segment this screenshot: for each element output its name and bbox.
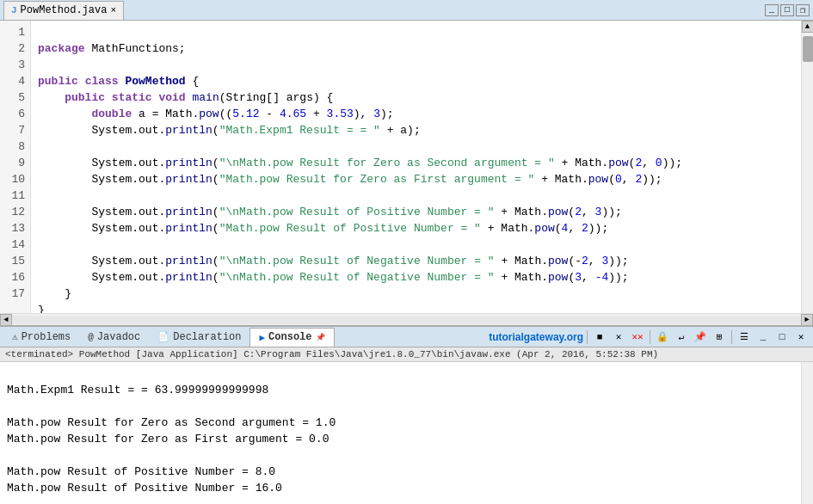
console-line-6: Math.pow Result of Positive Number = 8.0 — [7, 465, 275, 478]
console-toolbar: tutorialgateway.org ■ ✕ ✕✕ 🔒 ↵ 📌 ⊞ ☰ _ □… — [489, 329, 810, 346]
code-line-12: System.out.println("Math.pow Result of P… — [38, 222, 608, 235]
line-num-9: 9 — [3, 155, 25, 171]
tab-javadoc[interactable]: @ Javadoc — [79, 328, 149, 347]
tab-filename: PowMethod.java — [21, 4, 108, 16]
code-line-3: public class PowMethod { — [38, 75, 199, 88]
line-num-16: 16 — [3, 269, 25, 286]
console-icon: ▶ — [259, 332, 265, 343]
tab-close-icon[interactable]: × — [110, 5, 116, 15]
console-line-1: Math.Expm1 Result = = 63.99999999999998 — [7, 384, 268, 396]
tab-declaration-label: Declaration — [173, 331, 241, 343]
editor-vertical-scrollbar[interactable]: ▲ — [801, 21, 813, 313]
minimize-panel-button[interactable]: _ — [754, 329, 772, 346]
code-line-5: double a = Math.pow((5.12 - 4.65 + 3.53)… — [38, 108, 394, 120]
code-line-16: } — [38, 287, 71, 300]
scroll-up-arrow[interactable]: ▲ — [802, 21, 814, 33]
line-num-6: 6 — [3, 106, 25, 122]
scroll-thumb[interactable] — [803, 36, 813, 62]
tab-declaration[interactable]: 📄 Declaration — [149, 328, 249, 347]
tab-console-label: Console — [268, 331, 311, 343]
code-line-15: System.out.println("\nMath.pow Result of… — [38, 271, 629, 284]
line-num-3: 3 — [3, 57, 25, 73]
console-area: <terminated> PowMethod [Java Application… — [0, 347, 813, 504]
editor-area: 1 2 3 4 5 6 7 8 9 10 11 12 13 14 15 16 1… — [0, 21, 813, 313]
scroll-right-arrow[interactable]: ► — [801, 314, 813, 326]
line-num-13: 13 — [3, 220, 25, 237]
code-line-11: System.out.println("\nMath.pow Result of… — [38, 206, 622, 218]
line-num-17: 17 — [3, 286, 25, 302]
line-num-14: 14 — [3, 237, 25, 253]
console-status-bar: <terminated> PowMethod [Java Application… — [0, 347, 813, 362]
horizontal-scrollbar[interactable]: ◄ ► — [0, 313, 813, 325]
console-line-8 — [7, 498, 14, 504]
tab-problems[interactable]: ⚠ Problems — [3, 328, 79, 347]
bottom-tab-bar: ⚠ Problems @ Javadoc 📄 Declaration ▶ Con… — [0, 325, 813, 347]
close-panel-button[interactable]: ✕ — [792, 329, 810, 346]
console-line-2 — [7, 400, 14, 413]
line-num-8: 8 — [3, 138, 25, 155]
minimize-button[interactable]: _ — [765, 4, 779, 16]
line-numbers: 1 2 3 4 5 6 7 8 9 10 11 12 13 14 15 16 1… — [0, 21, 31, 313]
code-line-10 — [38, 189, 45, 202]
code-line-4: public static void main(String[] args) { — [38, 91, 333, 104]
title-bar: J PowMethod.java × _ □ ❐ — [0, 0, 813, 21]
new-console-button[interactable]: ⊞ — [711, 329, 728, 346]
maximize-panel-button[interactable]: □ — [773, 329, 791, 346]
scroll-left-arrow[interactable]: ◄ — [0, 314, 12, 326]
line-num-11: 11 — [3, 187, 25, 204]
console-line-3: Math.pow Result for Zero as Second argum… — [7, 416, 336, 429]
line-num-12: 12 — [3, 204, 25, 220]
line-num-7: 7 — [3, 122, 25, 138]
code-line-6: System.out.println("Math.Expm1 Result = … — [38, 124, 421, 137]
view-menu-button[interactable]: ☰ — [736, 329, 753, 346]
code-line-8: System.out.println("\nMath.pow Result fo… — [38, 157, 682, 169]
code-line-14: System.out.println("\nMath.pow Result of… — [38, 255, 629, 267]
javadoc-icon: @ — [88, 332, 94, 342]
stop-button[interactable]: ■ — [591, 329, 608, 346]
toolbar-separator-2 — [650, 330, 650, 344]
word-wrap-button[interactable]: ↵ — [673, 329, 690, 346]
line-num-15: 15 — [3, 253, 25, 269]
console-line-4: Math.pow Result for Zero as First argume… — [7, 433, 329, 446]
editor-tab[interactable]: J PowMethod.java × — [3, 1, 124, 20]
code-editor[interactable]: package MathFunctions; public class PowM… — [31, 21, 801, 313]
code-line-9: System.out.println("Math.pow Result for … — [38, 173, 662, 186]
restore-button[interactable]: ❐ — [796, 4, 810, 16]
scroll-lock-button[interactable]: 🔒 — [654, 329, 671, 346]
tab-javadoc-label: Javadoc — [97, 331, 140, 343]
console-output-row: Math.Expm1 Result = = 63.99999999999998 … — [0, 362, 813, 504]
line-num-4: 4 — [3, 73, 25, 89]
console-pin-icon: 📌 — [316, 333, 325, 342]
line-num-2: 2 — [3, 40, 25, 57]
code-line-17: } — [38, 304, 45, 313]
java-file-icon: J — [11, 5, 17, 15]
tab-console[interactable]: ▶ Console 📌 — [249, 328, 334, 347]
tab-problems-label: Problems — [22, 331, 71, 343]
remove-button[interactable]: ✕✕ — [629, 329, 646, 346]
code-line-1: package MathFunctions; — [38, 42, 186, 55]
console-line-5 — [7, 449, 14, 462]
console-status-text: <terminated> PowMethod [Java Application… — [5, 349, 658, 360]
declaration-icon: 📄 — [157, 331, 169, 342]
watermark-link[interactable]: tutorialgateway.org — [489, 331, 583, 343]
console-output[interactable]: Math.Expm1 Result = = 63.99999999999998 … — [0, 362, 801, 504]
maximize-button[interactable]: □ — [780, 4, 794, 16]
toolbar-separator-3 — [731, 330, 732, 344]
problems-icon: ⚠ — [12, 331, 18, 342]
code-line-13 — [38, 238, 45, 251]
console-line-7: Math.pow Result of Positive Number = 16.… — [7, 482, 282, 495]
clear-button[interactable]: ✕ — [610, 329, 627, 346]
console-vertical-scrollbar[interactable] — [801, 362, 813, 504]
code-line-2 — [38, 58, 45, 71]
code-line-7 — [38, 140, 45, 153]
line-num-5: 5 — [3, 89, 25, 106]
line-num-1: 1 — [3, 24, 25, 40]
h-scroll-track[interactable] — [12, 316, 801, 324]
toolbar-separator-1 — [587, 330, 588, 344]
pin-button[interactable]: 📌 — [692, 329, 709, 346]
window-controls: _ □ ❐ — [765, 4, 810, 16]
line-num-10: 10 — [3, 171, 25, 187]
